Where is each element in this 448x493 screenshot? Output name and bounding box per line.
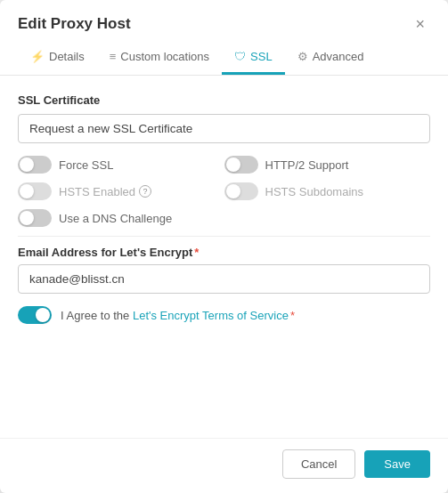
http2-label: HTTP/2 Support: [265, 158, 349, 172]
http2-thumb: [226, 158, 240, 172]
tab-details-label: Details: [49, 50, 85, 63]
advanced-icon: ⚙: [297, 50, 308, 63]
details-icon: ⚡: [30, 50, 45, 63]
http2-track: [224, 156, 258, 174]
tab-custom-locations[interactable]: ≡ Custom locations: [97, 43, 222, 75]
modal-footer: Cancel Save: [0, 438, 448, 493]
dns-challenge-thumb: [20, 211, 34, 225]
ssl-certificate-select[interactable]: Request a new SSL Certificate: [18, 114, 430, 143]
ssl-icon: 🛡: [234, 50, 246, 63]
tab-custom-locations-label: Custom locations: [120, 50, 209, 63]
edit-proxy-host-modal: Edit Proxy Host × ⚡ Details ≡ Custom loc…: [0, 0, 448, 493]
toggle-row-1: Force SSL HTTP/2 Support: [18, 156, 430, 174]
hsts-help-icon[interactable]: ?: [139, 185, 151, 198]
hsts-enabled-thumb: [20, 184, 34, 198]
force-ssl-toggle[interactable]: [18, 156, 52, 174]
tos-link[interactable]: Let's Encrypt Terms of Service: [133, 309, 289, 322]
agree-row: I Agree to the Let's Encrypt Terms of Se…: [18, 306, 430, 324]
custom-locations-icon: ≡: [110, 50, 117, 63]
agree-track: [18, 306, 52, 324]
tab-details[interactable]: ⚡ Details: [18, 43, 97, 75]
hsts-enabled-label: HSTS Enabled ?: [59, 185, 151, 198]
tab-bar: ⚡ Details ≡ Custom locations 🛡 SSL ⚙ Adv…: [0, 34, 448, 76]
email-required-star: *: [194, 246, 199, 259]
hsts-subdomains-thumb: [226, 184, 240, 198]
force-ssl-track: [18, 156, 52, 174]
hsts-enabled-track: [18, 182, 52, 200]
dns-challenge-toggle[interactable]: [18, 209, 52, 227]
hsts-subdomains-toggle-item: HSTS Subdomains: [224, 182, 431, 200]
force-ssl-toggle-item: Force SSL: [18, 156, 224, 174]
email-input[interactable]: [18, 264, 430, 294]
save-button[interactable]: Save: [364, 450, 430, 478]
http2-toggle-item: HTTP/2 Support: [224, 156, 431, 174]
toggle-row-3: Use a DNS Challenge: [18, 209, 430, 227]
force-ssl-thumb: [20, 158, 34, 172]
divider: [18, 236, 430, 237]
tab-advanced-label: Advanced: [313, 50, 364, 63]
email-label: Email Address for Let's Encrypt*: [18, 246, 430, 259]
http2-toggle[interactable]: [224, 156, 258, 174]
ssl-certificate-section-label: SSL Certificate: [18, 93, 430, 107]
dns-challenge-track: [18, 209, 52, 227]
hsts-enabled-toggle-item: HSTS Enabled ?: [18, 182, 224, 200]
agree-text: I Agree to the Let's Encrypt Terms of Se…: [61, 309, 295, 322]
toggle-row-2: HSTS Enabled ? HSTS Subdomains: [18, 182, 430, 200]
dns-challenge-label: Use a DNS Challenge: [59, 212, 172, 225]
tab-ssl[interactable]: 🛡 SSL: [222, 43, 285, 75]
close-button[interactable]: ×: [410, 14, 430, 34]
hsts-subdomains-track: [224, 182, 258, 200]
modal-title: Edit Proxy Host: [18, 15, 131, 33]
hsts-subdomains-label: HSTS Subdomains: [265, 185, 364, 198]
tab-ssl-label: SSL: [250, 50, 273, 63]
hsts-enabled-toggle[interactable]: [18, 182, 52, 200]
dns-challenge-toggle-item: Use a DNS Challenge: [18, 209, 430, 227]
hsts-subdomains-toggle[interactable]: [224, 182, 258, 200]
modal-header: Edit Proxy Host ×: [0, 0, 448, 34]
modal-body: SSL Certificate Request a new SSL Certif…: [0, 76, 448, 438]
force-ssl-label: Force SSL: [59, 158, 113, 172]
tab-advanced[interactable]: ⚙ Advanced: [285, 43, 377, 75]
email-form-group: Email Address for Let's Encrypt*: [18, 246, 430, 294]
agree-toggle[interactable]: [18, 306, 52, 324]
tos-required-star: *: [290, 309, 295, 322]
agree-thumb: [36, 308, 50, 322]
cancel-button[interactable]: Cancel: [282, 449, 355, 479]
